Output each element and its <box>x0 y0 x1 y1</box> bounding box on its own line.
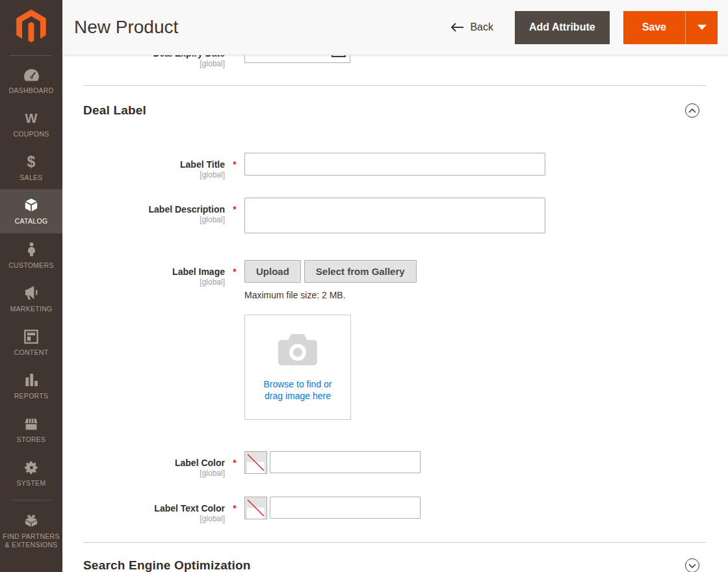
admin-sidebar: DASHBOARD W COUPONS $ SALES CATALOG <box>0 0 62 572</box>
label-title-label: Label Title <box>83 159 225 170</box>
sidebar-item-label: CUSTOMERS <box>8 261 54 270</box>
sidebar-item-reports[interactable]: REPORTS <box>0 364 62 408</box>
page-title: New Product <box>74 17 178 38</box>
deal-expiry-date-control <box>244 55 706 63</box>
label-image-scope: [global] <box>83 278 225 287</box>
max-file-size-hint: Maximum file size: 2 MB. <box>244 290 706 300</box>
coupons-icon: W <box>25 110 38 127</box>
sidebar-item-label: CATALOG <box>15 217 48 226</box>
label-description-scope: [global] <box>83 215 225 224</box>
label-title-input[interactable] <box>244 153 545 176</box>
sidebar-item-label: CONTENT <box>14 348 49 357</box>
deal-expiry-date-scope: [global] <box>83 59 225 68</box>
deal-expiry-date-label: Deal Expiry Date <box>83 55 225 58</box>
upload-button[interactable]: Upload <box>244 260 301 283</box>
sidebar-item-find-partners[interactable]: FIND PARTNERS & EXTENSIONS <box>0 504 62 556</box>
image-dropzone[interactable]: Browse to find or drag image here <box>244 315 351 420</box>
sidebar-item-label: STORES <box>17 436 46 444</box>
catalog-box-icon <box>23 197 39 214</box>
sidebar-item-label: SYSTEM <box>17 479 46 488</box>
label-color-scope: [global] <box>83 469 225 478</box>
page-header: New Product Back Add Attribute Save <box>62 0 728 55</box>
label-title-field: Label Title [global] * <box>83 153 706 179</box>
label-image-label: Label Image <box>83 266 225 277</box>
marketing-megaphone-icon <box>24 285 39 302</box>
label-text-color-label: Label Text Color <box>83 503 225 514</box>
sidebar-item-content[interactable]: CONTENT <box>0 320 62 364</box>
seo-section-title: Search Engine Optimization <box>83 558 251 572</box>
sidebar-item-label: COUPONS <box>13 130 49 138</box>
select-from-gallery-button[interactable]: Select from Gallery <box>304 260 417 283</box>
label-color-field: Label Color [global] * <box>83 451 706 478</box>
caret-down-icon <box>697 25 707 30</box>
seo-section-header: Search Engine Optimization <box>83 558 706 572</box>
label-color-swatch[interactable] <box>244 451 267 474</box>
sidebar-item-label: SALES <box>20 174 42 182</box>
label-description-input[interactable] <box>244 198 545 233</box>
chevron-up-icon <box>688 109 696 113</box>
deal-label-section-header: Deal Label <box>83 103 706 118</box>
sidebar-item-system[interactable]: SYSTEM <box>0 451 62 495</box>
expand-section-button[interactable] <box>685 558 699 572</box>
reports-chart-icon <box>24 372 39 389</box>
label-text-color-input[interactable] <box>270 497 421 519</box>
add-attribute-button[interactable]: Add Attribute <box>515 11 610 44</box>
required-marker: * <box>225 198 244 214</box>
deal-label-section-title: Deal Label <box>83 103 146 118</box>
section-divider <box>83 85 706 86</box>
sidebar-item-dashboard[interactable]: DASHBOARD <box>0 58 62 102</box>
sidebar-item-coupons[interactable]: W COUPONS <box>0 102 62 146</box>
no-color-icon <box>247 462 265 473</box>
main-content: Deal Expiry Date [global] <box>62 55 728 572</box>
sidebar-item-label: REPORTS <box>14 392 49 400</box>
sidebar-item-label: MARKETING <box>10 305 52 313</box>
chevron-down-icon <box>688 564 696 568</box>
deal-expiry-date-field: Deal Expiry Date [global] <box>83 55 706 68</box>
label-text-color-scope: [global] <box>83 514 225 523</box>
dropzone-browse-link[interactable]: Browse to find or drag image here <box>256 378 339 402</box>
required-marker: * <box>225 497 244 514</box>
label-color-input[interactable] <box>270 451 421 473</box>
sidebar-item-catalog[interactable]: CATALOG <box>0 189 62 233</box>
sidebar-item-label: DASHBOARD <box>8 86 53 95</box>
label-text-color-field: Label Text Color [global] * <box>83 497 706 523</box>
label-color-label: Label Color <box>83 458 225 468</box>
extensions-icon <box>23 512 39 529</box>
sidebar-item-marketing[interactable]: MARKETING <box>0 277 62 320</box>
label-title-scope: [global] <box>83 170 225 179</box>
content-layout-icon <box>24 328 38 345</box>
back-button[interactable]: Back <box>451 21 493 33</box>
save-options-toggle[interactable] <box>685 11 718 44</box>
required-marker: * <box>225 260 244 277</box>
dashboard-gauge-icon <box>23 66 40 83</box>
header-actions: Back Add Attribute Save <box>451 11 718 44</box>
camera-icon <box>276 333 319 367</box>
save-split-button: Save <box>623 11 718 44</box>
label-text-color-swatch[interactable] <box>244 497 267 519</box>
back-button-label: Back <box>470 21 493 33</box>
back-arrow-icon <box>451 23 463 32</box>
sidebar-item-customers[interactable]: CUSTOMERS <box>0 233 62 277</box>
section-divider <box>83 542 706 543</box>
save-button[interactable]: Save <box>623 11 685 44</box>
no-color-icon <box>247 508 265 519</box>
sidebar-item-stores[interactable]: STORES <box>0 408 62 451</box>
sidebar-item-sales[interactable]: $ SALES <box>0 146 62 189</box>
label-description-field: Label Description [global] * <box>83 198 706 236</box>
label-image-buttons: Upload Select from Gallery <box>244 260 706 283</box>
required-marker: * <box>225 153 244 170</box>
sidebar-nav: DASHBOARD W COUPONS $ SALES CATALOG <box>0 58 62 557</box>
sidebar-divider <box>11 500 51 500</box>
sales-dollar-icon: $ <box>27 153 36 170</box>
sidebar-item-label: FIND PARTNERS & EXTENSIONS <box>3 532 60 549</box>
sidebar-divider <box>10 55 53 56</box>
collapse-section-button[interactable] <box>685 103 699 118</box>
calendar-icon[interactable] <box>332 55 346 57</box>
stores-storefront-icon <box>23 415 39 432</box>
customers-person-icon <box>26 241 37 258</box>
deal-expiry-date-label-col: Deal Expiry Date [global] <box>83 55 225 68</box>
magento-logo-icon <box>14 8 49 45</box>
label-image-field: Label Image [global] * Upload Select fro… <box>83 260 706 420</box>
magento-logo[interactable] <box>14 8 49 47</box>
required-marker: * <box>225 451 244 468</box>
